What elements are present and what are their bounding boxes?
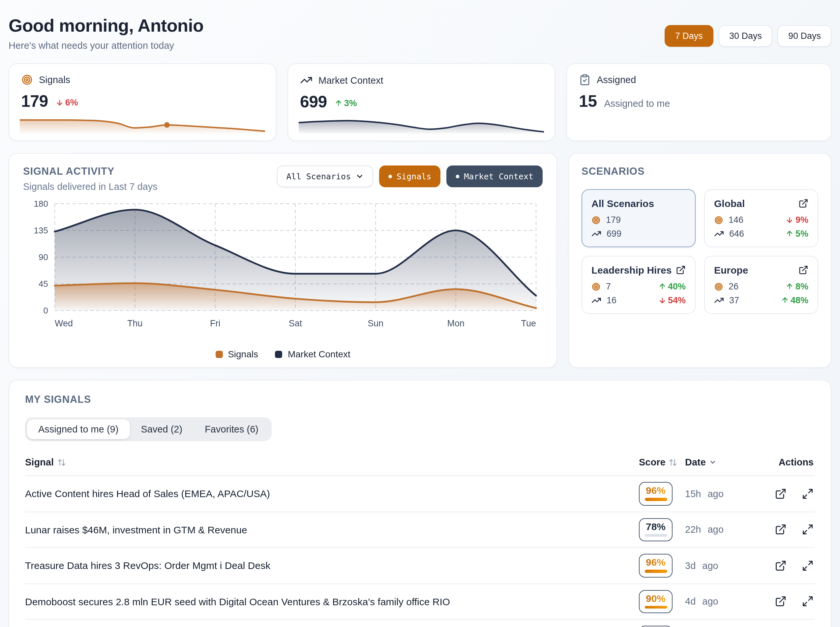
svg-text:90: 90: [39, 252, 48, 262]
table-row[interactable]: Lunar raises $46M, investment in GTM & R…: [25, 512, 815, 548]
scenario-metric-value: 26: [728, 282, 738, 291]
signal-title: Lunar raises $46M, investment in GTM & R…: [25, 524, 639, 536]
stat-value: 699: [300, 92, 327, 112]
column-header-actions: Actions: [760, 457, 815, 468]
sort-arrows-icon: [669, 458, 678, 466]
scenario-metric-delta: 40%: [658, 282, 686, 291]
svg-text:Mon: Mon: [447, 318, 465, 328]
svg-text:Fri: Fri: [210, 318, 220, 328]
score-badge: 96%: [639, 482, 673, 506]
scenario-metric-value: 646: [729, 229, 744, 239]
signals-table-body: Active Content hires Head of Sales (EMEA…: [25, 476, 815, 627]
signal-title: Treasure Data hires 3 RevOps: Order Mgmt…: [25, 560, 639, 571]
scenario-metric-delta: 9%: [786, 215, 808, 225]
my-signals-tabs: Assigned to me (9)Saved (2)Favorites (6): [25, 417, 272, 441]
actions-cell: [760, 488, 815, 500]
actions-cell: [760, 524, 815, 536]
scenarios-title: SCENARIOS: [582, 165, 818, 177]
scenario-metric-value: 179: [606, 215, 621, 225]
table-row[interactable]: [25, 620, 815, 627]
svg-text:45: 45: [39, 279, 48, 289]
stat-delta: 6%: [55, 98, 78, 107]
range-button-90-days[interactable]: 90 Days: [778, 25, 831, 47]
range-button-7-days[interactable]: 7 Days: [665, 25, 713, 47]
scenario-card-global[interactable]: Global 146 9% 646: [704, 189, 818, 247]
column-header-score[interactable]: Score: [639, 457, 685, 468]
scenario-metric-value: 37: [729, 295, 739, 305]
column-header-date[interactable]: Date: [685, 457, 760, 468]
trending-up-icon: [591, 229, 601, 239]
external-link-icon[interactable]: [775, 488, 786, 500]
stat-label: Assigned: [597, 74, 636, 85]
score-bar: [645, 534, 667, 537]
external-link-icon[interactable]: [775, 595, 786, 608]
market-context-stat-card[interactable]: Market Context 699 3%: [287, 63, 555, 141]
greeting-block: Good morning, Antonio Here's what needs …: [9, 16, 203, 51]
range-button-30-days[interactable]: 30 Days: [719, 25, 772, 47]
scenarios-grid: All Scenarios 179 699 Global: [582, 189, 818, 314]
scenario-card-all-scenarios[interactable]: All Scenarios 179 699: [582, 189, 696, 247]
expand-icon[interactable]: [802, 595, 814, 608]
date-range-switcher: 7 Days30 Days90 Days: [665, 25, 831, 47]
signals-sparkline: [20, 115, 265, 134]
table-row[interactable]: Active Content hires Head of Sales (EMEA…: [25, 476, 815, 512]
sort-arrows-icon: [57, 458, 66, 466]
trending-up-icon: [714, 229, 724, 239]
signals-stat-card[interactable]: Signals 179 6%: [9, 63, 276, 141]
page-header: Good morning, Antonio Here's what needs …: [9, 16, 831, 51]
chart-controls: All Scenarios ● Signals ● Market Context: [277, 165, 543, 187]
svg-text:Tue: Tue: [521, 318, 536, 328]
date-cell: 15h ago: [685, 488, 760, 499]
activity-area-chart: 04590135180WedThuFriSatSunMonTue: [23, 200, 543, 343]
external-link-icon[interactable]: [775, 524, 786, 536]
actions-cell: [760, 560, 815, 572]
date-cell: 4d ago: [685, 596, 760, 607]
score-badge: 96%: [639, 554, 673, 577]
scenario-metric-delta: 5%: [786, 229, 808, 239]
signal-title: Active Content hires Head of Sales (EMEA…: [25, 488, 639, 499]
scenario-name: Europe: [714, 265, 748, 276]
signal-activity-panel: SIGNAL ACTIVITY Signals delivered in Las…: [9, 153, 557, 368]
stat-delta: 3%: [334, 98, 357, 108]
market-context-toggle-button[interactable]: ● Market Context: [446, 165, 543, 187]
external-link-icon[interactable]: [799, 198, 808, 208]
svg-text:180: 180: [34, 200, 48, 209]
table-row[interactable]: Treasure Data hires 3 RevOps: Order Mgmt…: [25, 548, 815, 584]
svg-text:Sat: Sat: [289, 318, 302, 328]
external-link-icon[interactable]: [676, 265, 686, 275]
column-header-signal[interactable]: Signal: [25, 457, 639, 468]
external-link-icon[interactable]: [775, 560, 786, 572]
signals-toggle-button[interactable]: ● Signals: [379, 165, 440, 187]
target-icon: [591, 215, 600, 224]
score-bar: [645, 570, 667, 573]
chevron-down-icon: [355, 172, 364, 181]
scenario-metric-delta: 48%: [781, 295, 808, 305]
assigned-stat-card[interactable]: Assigned 15 Assigned to me: [566, 63, 831, 141]
tab-assigned-to-me-9[interactable]: Assigned to me (9): [27, 419, 129, 439]
stat-cards-row: Signals 179 6% Market Context 699: [9, 63, 831, 141]
scenario-name: All Scenarios: [591, 198, 654, 209]
expand-icon[interactable]: [802, 560, 814, 572]
scenario-dropdown[interactable]: All Scenarios: [277, 165, 374, 187]
scenario-metric-row: 26 8%: [714, 282, 808, 291]
trending-up-icon: [714, 295, 724, 305]
external-link-icon[interactable]: [799, 265, 808, 275]
scenario-metric-row: 37 48%: [714, 295, 808, 305]
stat-note: Assigned to me: [604, 98, 670, 109]
scenario-metric-row: 7 40%: [591, 282, 686, 291]
actions-cell: [760, 595, 815, 608]
expand-icon[interactable]: [802, 524, 814, 536]
expand-icon[interactable]: [802, 488, 814, 500]
scenario-metric-row: 179: [591, 215, 686, 225]
legend-swatch: [215, 350, 222, 358]
scenario-card-leadership-hires[interactable]: Leadership Hires 7 40% 16: [582, 256, 696, 314]
score-cell: [639, 626, 685, 627]
target-icon: [591, 282, 600, 291]
svg-text:Sun: Sun: [367, 318, 383, 328]
table-row[interactable]: Demoboost secures 2.8 mln EUR seed with …: [25, 584, 815, 620]
scenario-card-europe[interactable]: Europe 26 8% 37 4: [704, 256, 818, 314]
chart-legend: Signals Market Context: [23, 349, 543, 359]
score-cell: 96%: [639, 554, 685, 577]
tab-saved-2[interactable]: Saved (2): [129, 419, 194, 439]
tab-favorites-6[interactable]: Favorites (6): [194, 419, 269, 439]
